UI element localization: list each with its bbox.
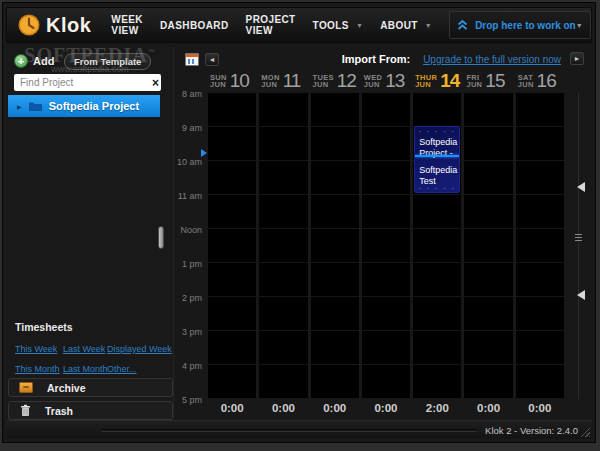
- day-header-wed[interactable]: WEDJUN13: [362, 69, 410, 93]
- day-header-tues[interactable]: TUESJUN12: [311, 69, 359, 93]
- expand-arrow-icon[interactable]: ▶: [17, 103, 22, 110]
- chevron-down-icon: ▼: [356, 22, 363, 29]
- current-time-line: [415, 155, 459, 157]
- scrollbar-track[interactable]: [578, 93, 579, 399]
- clear-search-icon[interactable]: ×: [152, 77, 159, 89]
- time-gutter: 8 am 9 am 10 am 11 am Noon 1 pm 2 pm 3 p…: [175, 93, 205, 399]
- day-total: 0:00: [464, 399, 512, 419]
- klok-clock-icon: [17, 13, 41, 37]
- folder-icon: [29, 101, 42, 111]
- day-total: 0:00: [516, 399, 564, 419]
- resize-handle-bottom[interactable]: - - - - -: [415, 185, 459, 191]
- day-header-fri[interactable]: FRIJUN15: [464, 69, 512, 93]
- status-bar: Klok 2 - Version: 2.4.0: [6, 420, 592, 439]
- timesheet-link-other[interactable]: Other...: [107, 364, 172, 374]
- status-divider: [101, 429, 477, 432]
- day-total: 0:00: [259, 399, 307, 419]
- version-label: Klok 2 - Version: 2.4.0: [485, 425, 578, 436]
- time-label: 2 pm: [182, 293, 202, 303]
- plus-icon: +: [14, 54, 28, 68]
- pane-splitter-handle[interactable]: [158, 226, 164, 249]
- prev-week-button[interactable]: ◄: [205, 53, 219, 66]
- day-column-fri[interactable]: [464, 93, 512, 399]
- day-total: 0:00: [362, 399, 410, 419]
- resize-handle-top[interactable]: - - - - -: [415, 128, 459, 134]
- import-from-label: Import From:: [342, 53, 410, 65]
- day-header-thur-current[interactable]: THURJUN14: [413, 69, 461, 93]
- window-resize-grip[interactable]: [579, 426, 590, 437]
- date-picker-button[interactable]: [185, 53, 199, 66]
- drop-target-label: Drop here to work on: [475, 20, 576, 31]
- add-label: Add: [33, 55, 54, 67]
- main-menu: WEEK VIEW DASHBOARD PROJECT VIEW TOOLS▼ …: [111, 14, 449, 36]
- drop-target-menu-arrow-icon[interactable]: ▼: [576, 22, 583, 29]
- time-label: 8 am: [182, 89, 202, 99]
- menu-week-view[interactable]: WEEK VIEW: [111, 14, 143, 36]
- timesheet-link-this-week[interactable]: This Week: [15, 344, 63, 354]
- app-window: Klok WEEK VIEW DASHBOARD PROJECT VIEW TO…: [2, 2, 596, 443]
- day-header-mon[interactable]: MONJUN11: [259, 69, 307, 93]
- sidebar: + Add From Template SOFTPEDIA™ www.softp…: [6, 47, 174, 418]
- scroll-down-button[interactable]: [577, 290, 585, 300]
- project-search-input[interactable]: [20, 77, 152, 88]
- day-total: 2:00: [413, 399, 461, 419]
- project-label: Softpedia Project: [49, 100, 139, 112]
- day-header-sat[interactable]: SATJUN16: [516, 69, 564, 93]
- time-label: 1 pm: [182, 259, 202, 269]
- menu-about[interactable]: ABOUT▼: [380, 20, 432, 31]
- time-label: 3 pm: [182, 327, 202, 337]
- timesheet-link-last-week[interactable]: Last Week: [63, 344, 107, 354]
- day-header-row: SUNJUN10 MONJUN11 TUESJUN12 WEDJUN13 THU…: [175, 69, 564, 93]
- time-label: 9 am: [182, 123, 202, 133]
- day-column-tues[interactable]: [311, 93, 359, 399]
- day-total: 0:00: [311, 399, 359, 419]
- day-header-sun[interactable]: SUNJUN10: [208, 69, 256, 93]
- time-label: 11 am: [178, 191, 202, 201]
- drop-work-target[interactable]: Drop here to work on ▼: [449, 11, 591, 39]
- menu-tools[interactable]: TOOLS▼: [313, 20, 364, 31]
- timesheet-link-displayed-week[interactable]: Displayed Week: [107, 344, 172, 354]
- event-subtitle: Softpedia Test: [419, 165, 456, 186]
- chevron-down-icon: ▼: [425, 22, 432, 29]
- timesheet-link-last-month[interactable]: Last Month: [63, 364, 107, 374]
- timesheet-link-this-month[interactable]: This Month: [15, 364, 63, 374]
- day-total: 0:00: [208, 399, 256, 419]
- project-item[interactable]: ▶ Softpedia Project: [8, 95, 160, 117]
- add-project-button[interactable]: + Add: [14, 54, 54, 68]
- app-logo: Klok: [17, 13, 91, 37]
- archive-icon: [19, 382, 33, 393]
- calendar-event[interactable]: - - - - - Softpedia Project - Softpedia …: [414, 126, 460, 193]
- scroll-up-button[interactable]: [577, 182, 585, 192]
- upgrade-link[interactable]: Upgrade to the full version now: [423, 54, 561, 65]
- archive-button[interactable]: Archive: [8, 378, 173, 397]
- day-column-thur[interactable]: - - - - - Softpedia Project - Softpedia …: [413, 93, 461, 399]
- trash-icon: [20, 404, 31, 417]
- calendar-toolbar: ◄ Import From: Upgrade to the full versi…: [175, 49, 592, 69]
- from-template-button[interactable]: From Template: [64, 53, 151, 70]
- title-bar: Klok WEEK VIEW DASHBOARD PROJECT VIEW TO…: [6, 7, 592, 43]
- next-week-button[interactable]: ►: [570, 52, 584, 65]
- day-totals-row: 0:00 0:00 0:00 0:00 2:00 0:00 0:00: [175, 399, 564, 419]
- timesheets-heading: Timesheets: [15, 321, 73, 333]
- menu-project-view[interactable]: PROJECT VIEW: [246, 14, 296, 36]
- day-column-sun[interactable]: [208, 93, 256, 399]
- day-column-wed[interactable]: [362, 93, 410, 399]
- timesheet-links: This Week Last Week Displayed Week This …: [15, 344, 171, 374]
- menu-dashboard[interactable]: DASHBOARD: [160, 20, 229, 31]
- project-search: ×: [14, 74, 161, 91]
- current-time-marker-icon: [201, 149, 207, 157]
- time-label: Noon: [180, 225, 202, 235]
- day-column-mon[interactable]: [259, 93, 307, 399]
- scrollbar-thumb[interactable]: [575, 234, 582, 243]
- week-grid: 8 am 9 am 10 am 11 am Noon 1 pm 2 pm 3 p…: [175, 93, 564, 399]
- trash-button[interactable]: Trash: [8, 401, 173, 420]
- day-column-sat[interactable]: [516, 93, 564, 399]
- time-label: 10 am: [177, 157, 202, 167]
- week-view-pane: ◄ Import From: Upgrade to the full versi…: [175, 47, 592, 418]
- chevrons-up-icon: [457, 19, 468, 31]
- time-label: 4 pm: [182, 361, 202, 371]
- app-title: Klok: [46, 14, 91, 37]
